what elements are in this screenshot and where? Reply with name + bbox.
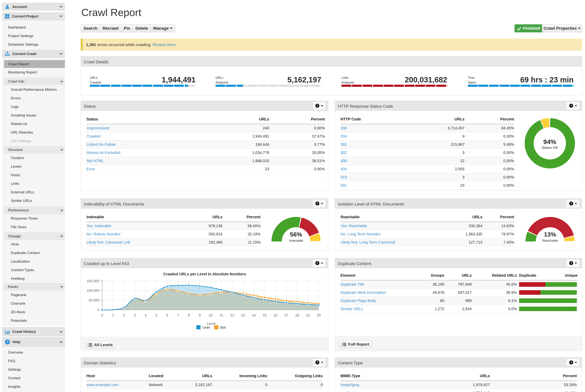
svg-text:0: 0 (97, 308, 99, 312)
svg-text:13: 13 (241, 314, 245, 317)
svg-text:16: 16 (274, 314, 277, 317)
svg-text:?: ? (7, 340, 9, 344)
svg-text:1: 1 (112, 314, 114, 317)
svg-text:10: 10 (209, 314, 212, 317)
svg-text:14: 14 (252, 314, 256, 317)
svg-text:4: 4 (145, 314, 147, 317)
svg-text:Level: Level (207, 322, 215, 326)
svg-text:20: 20 (317, 314, 321, 317)
svg-text:50,000: 50,000 (89, 298, 99, 302)
svg-text:5: 5 (155, 314, 157, 317)
svg-text:8: 8 (188, 314, 190, 317)
svg-text:19: 19 (306, 314, 310, 317)
svg-text:3: 3 (134, 314, 136, 317)
svg-text:18: 18 (295, 314, 299, 317)
svg-text:Crawled URLs per Level In Abso: Crawled URLs per Level In Absolute Numbe… (163, 272, 246, 276)
svg-text:9: 9 (199, 314, 201, 317)
svg-text:2: 2 (123, 314, 125, 317)
svg-text:Bot: Bot (220, 326, 226, 330)
svg-text:0: 0 (101, 314, 103, 317)
svg-text:User: User (202, 326, 210, 330)
svg-text:11: 11 (220, 314, 223, 317)
svg-text:17: 17 (284, 314, 288, 317)
svg-text:7: 7 (177, 314, 179, 317)
svg-text:6: 6 (166, 314, 168, 317)
svg-text:12: 12 (230, 314, 234, 317)
svg-text:15: 15 (263, 314, 267, 317)
svg-text:100,000: 100,000 (87, 289, 99, 292)
svg-text:150,000: 150,000 (87, 279, 99, 283)
